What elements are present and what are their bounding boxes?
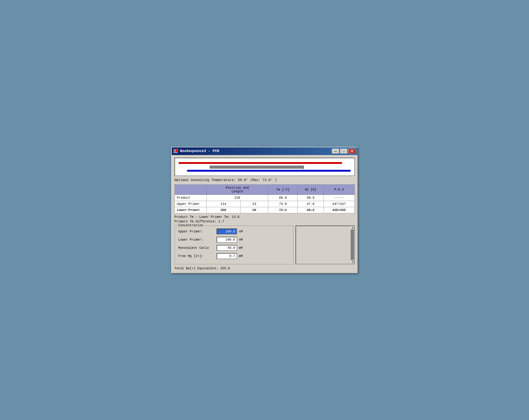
product-tm-diff: Product Tm - Lower Primer Tm: 13.8 xyxy=(174,215,355,219)
col-header-empty xyxy=(174,184,206,195)
scrollbar: ▲ ▼ xyxy=(351,226,354,264)
minimize-button[interactable]: — xyxy=(332,149,339,154)
svg-text:D: D xyxy=(175,150,176,152)
monovalent-row: Monovalent Catio mM xyxy=(178,245,290,251)
upper-primer-unit: nM xyxy=(239,230,243,233)
right-panel-inner: ▲ ▼ xyxy=(296,226,354,264)
temperature-info: Optimal Annealing Temperature: 56.8° (Ma… xyxy=(174,178,355,182)
close-button[interactable]: ✕ xyxy=(348,149,356,154)
col-header-tm: Tm [°C] xyxy=(268,184,298,195)
data-table: Position andLength Tm [°C] GC [%] P.E.# … xyxy=(174,184,355,213)
app-icon: D xyxy=(174,149,178,153)
col-header-gc: GC [%] xyxy=(298,184,324,195)
lower-primer-label: Lower Primer xyxy=(174,207,206,213)
title-bar-left: D NewSequence3 - PCR xyxy=(174,149,219,153)
lower-primer-conc-label: Lower Primer: xyxy=(178,238,215,242)
pcr-visualization: ↱ ↲ xyxy=(174,158,355,176)
window-title: NewSequence3 - PCR xyxy=(180,149,219,153)
lower-primer-pos: 308 xyxy=(206,207,240,213)
monovalent-input[interactable] xyxy=(217,245,237,251)
col-header-pe: P.E.# xyxy=(324,184,355,195)
window-controls: — □ ✕ xyxy=(332,149,356,154)
dna-red-strand xyxy=(179,162,342,164)
scroll-down-arrow[interactable]: ▼ xyxy=(351,260,354,264)
free-mg-unit: mM xyxy=(239,254,243,258)
lower-primer-len: 26 xyxy=(240,207,268,213)
lower-primer-tm: 72.2 xyxy=(268,207,298,213)
upper-primer-tm: 73.9 xyxy=(268,201,298,207)
upper-primer-row: Upper Primer: nM xyxy=(178,229,290,234)
window-content: ↱ ↲ Optimal Annealing Temperature: 56.8°… xyxy=(172,155,357,273)
lower-primer-pe: 435/435 xyxy=(324,207,355,213)
free-mg-label: Free Mg [2+]: xyxy=(178,254,215,258)
primer-arrow-top: ↱ xyxy=(261,162,263,165)
right-panel-content xyxy=(296,226,354,264)
title-bar: D NewSequence3 - PCR — □ ✕ xyxy=(172,147,357,155)
table-row-lower-primer: Lower Primer 308 26 72.2 46.2 435/435 xyxy=(174,207,355,213)
product-pos: 220 xyxy=(206,195,268,201)
table-row-upper-primer: Upper Primer 114 23 73.9 47.8 447/447 xyxy=(174,201,355,207)
upper-primer-conc-label: Upper Primer: xyxy=(178,230,215,233)
product-label: Product xyxy=(174,195,206,201)
upper-primer-input[interactable] xyxy=(217,229,237,234)
product-tm: 86.0 xyxy=(268,195,298,201)
lower-primer-input[interactable] xyxy=(217,237,237,243)
upper-primer-label: Upper Primer xyxy=(174,201,206,207)
upper-primer-pe: 447/447 xyxy=(324,201,355,207)
bottom-section: Concentration Upper Primer: nM Lower Pri… xyxy=(174,226,355,264)
scroll-track xyxy=(351,230,354,260)
concentration-legend: Concentration xyxy=(177,224,204,227)
col-header-position: Position andLength xyxy=(206,184,268,195)
total-line: Total Na[+] Equivalent: 155.8 xyxy=(174,267,355,270)
dna-blue-strand xyxy=(187,170,350,172)
free-mg-row: Free Mg [2+]: mM xyxy=(178,253,290,259)
upper-primer-len: 23 xyxy=(240,201,268,207)
table-row-product: Product 220 86.0 50.9 ----- xyxy=(174,195,355,201)
scroll-up-arrow[interactable]: ▲ xyxy=(351,226,354,230)
free-mg-input[interactable] xyxy=(217,253,237,259)
product-gc: 50.9 xyxy=(298,195,324,201)
lower-primer-gc: 46.2 xyxy=(298,207,324,213)
lower-primer-unit: nM xyxy=(239,238,243,242)
right-panel: ▲ ▼ xyxy=(296,226,355,264)
lower-primer-row: Lower Primer: nM xyxy=(178,237,290,243)
monovalent-label: Monovalent Catio xyxy=(178,246,215,250)
restore-button[interactable]: □ xyxy=(340,149,347,154)
upper-primer-pos: 114 xyxy=(206,201,240,207)
main-window: D NewSequence3 - PCR — □ ✕ ↱ xyxy=(171,147,358,273)
primer-arrow-bottom: ↲ xyxy=(302,168,304,171)
monovalent-unit: mM xyxy=(239,246,243,250)
primer-gray-bar xyxy=(210,165,304,169)
upper-primer-gc: 47.8 xyxy=(298,201,324,207)
concentration-group: Concentration Upper Primer: nM Lower Pri… xyxy=(174,226,293,264)
product-pe: ----- xyxy=(324,195,355,201)
primers-tm-diff: Primers Tm difference: 1.7 xyxy=(174,220,355,223)
